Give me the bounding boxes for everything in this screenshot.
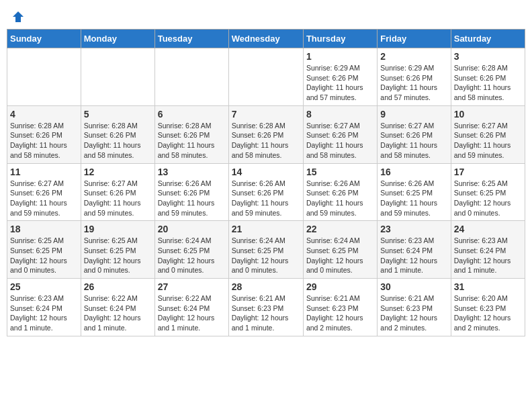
day-info: Sunrise: 6:27 AM Sunset: 6:26 PM Dayligh… [380,121,447,161]
calendar-cell: 17Sunrise: 6:25 AM Sunset: 6:25 PM Dayli… [451,163,525,221]
day-number: 18 [10,224,78,234]
day-info: Sunrise: 6:20 AM Sunset: 6:23 PM Dayligh… [454,293,522,333]
day-info: Sunrise: 6:28 AM Sunset: 6:26 PM Dayligh… [84,121,152,161]
day-number: 23 [380,224,447,234]
day-info: Sunrise: 6:21 AM Sunset: 6:23 PM Dayligh… [232,293,300,333]
calendar-cell: 4Sunrise: 6:28 AM Sunset: 6:26 PM Daylig… [7,105,81,163]
day-of-week-header: Sunday [7,30,81,48]
calendar-week-row: 25Sunrise: 6:23 AM Sunset: 6:24 PM Dayli… [7,279,525,336]
calendar-cell [7,48,81,106]
day-info: Sunrise: 6:23 AM Sunset: 6:24 PM Dayligh… [380,236,447,275]
calendar-cell: 30Sunrise: 6:21 AM Sunset: 6:23 PM Dayli… [378,279,451,336]
calendar-cell: 14Sunrise: 6:26 AM Sunset: 6:26 PM Dayli… [228,163,303,221]
day-number: 1 [306,51,374,62]
calendar-table: SundayMondayTuesdayWednesdayThursdayFrid… [7,29,525,336]
day-number: 6 [158,109,226,120]
day-info: Sunrise: 6:28 AM Sunset: 6:26 PM Dayligh… [454,63,522,103]
day-info: Sunrise: 6:29 AM Sunset: 6:26 PM Dayligh… [306,63,374,103]
day-info: Sunrise: 6:27 AM Sunset: 6:26 PM Dayligh… [10,179,78,218]
day-info: Sunrise: 6:27 AM Sunset: 6:26 PM Dayligh… [84,179,152,218]
day-number: 14 [232,167,300,177]
day-info: Sunrise: 6:26 AM Sunset: 6:26 PM Dayligh… [306,179,374,218]
day-info: Sunrise: 6:24 AM Sunset: 6:25 PM Dayligh… [306,236,374,275]
calendar-cell: 5Sunrise: 6:28 AM Sunset: 6:26 PM Daylig… [81,105,154,163]
calendar-cell: 10Sunrise: 6:27 AM Sunset: 6:26 PM Dayli… [451,105,525,163]
day-number: 22 [306,224,374,234]
day-number: 7 [232,109,300,120]
calendar-cell: 8Sunrise: 6:27 AM Sunset: 6:26 PM Daylig… [303,105,377,163]
calendar-week-row: 4Sunrise: 6:28 AM Sunset: 6:26 PM Daylig… [7,105,525,163]
day-number: 12 [84,167,152,177]
day-number: 21 [232,224,300,234]
logo [10,10,25,24]
calendar-cell: 19Sunrise: 6:25 AM Sunset: 6:25 PM Dayli… [81,221,154,279]
day-info: Sunrise: 6:26 AM Sunset: 6:25 PM Dayligh… [380,179,447,218]
calendar-cell: 23Sunrise: 6:23 AM Sunset: 6:24 PM Dayli… [378,221,451,279]
calendar-cell: 29Sunrise: 6:21 AM Sunset: 6:23 PM Dayli… [303,279,377,336]
calendar-cell: 21Sunrise: 6:24 AM Sunset: 6:25 PM Dayli… [228,221,303,279]
svg-marker-0 [13,11,24,22]
calendar-week-row: 18Sunrise: 6:25 AM Sunset: 6:25 PM Dayli… [7,221,525,279]
calendar-cell: 18Sunrise: 6:25 AM Sunset: 6:25 PM Dayli… [7,221,81,279]
calendar-cell: 27Sunrise: 6:22 AM Sunset: 6:24 PM Dayli… [154,279,228,336]
day-number: 29 [306,281,374,292]
day-number: 5 [84,109,152,120]
calendar-header-row: SundayMondayTuesdayWednesdayThursdayFrid… [7,30,525,48]
calendar-week-row: 1Sunrise: 6:29 AM Sunset: 6:26 PM Daylig… [7,48,525,106]
day-info: Sunrise: 6:29 AM Sunset: 6:26 PM Dayligh… [380,63,447,103]
day-info: Sunrise: 6:23 AM Sunset: 6:24 PM Dayligh… [454,236,522,275]
calendar-week-row: 11Sunrise: 6:27 AM Sunset: 6:26 PM Dayli… [7,163,525,221]
day-of-week-header: Friday [378,30,451,48]
day-info: Sunrise: 6:28 AM Sunset: 6:26 PM Dayligh… [232,121,300,161]
calendar-cell: 26Sunrise: 6:22 AM Sunset: 6:24 PM Dayli… [81,279,154,336]
calendar-cell: 12Sunrise: 6:27 AM Sunset: 6:26 PM Dayli… [81,163,154,221]
day-info: Sunrise: 6:26 AM Sunset: 6:26 PM Dayligh… [232,179,300,218]
calendar-cell: 16Sunrise: 6:26 AM Sunset: 6:25 PM Dayli… [378,163,451,221]
day-number: 8 [306,109,374,120]
calendar-cell [81,48,154,106]
day-info: Sunrise: 6:27 AM Sunset: 6:26 PM Dayligh… [306,121,374,161]
calendar-cell: 7Sunrise: 6:28 AM Sunset: 6:26 PM Daylig… [228,105,303,163]
day-info: Sunrise: 6:23 AM Sunset: 6:24 PM Dayligh… [10,293,78,333]
day-info: Sunrise: 6:25 AM Sunset: 6:25 PM Dayligh… [84,236,152,275]
day-number: 11 [10,167,78,177]
day-of-week-header: Thursday [303,30,377,48]
day-info: Sunrise: 6:21 AM Sunset: 6:23 PM Dayligh… [380,293,447,333]
day-info: Sunrise: 6:24 AM Sunset: 6:25 PM Dayligh… [232,236,300,275]
day-number: 10 [454,109,522,120]
calendar-cell: 9Sunrise: 6:27 AM Sunset: 6:26 PM Daylig… [378,105,451,163]
day-number: 24 [454,224,522,234]
logo-icon [11,10,25,24]
day-number: 31 [454,281,522,292]
day-number: 15 [306,167,374,177]
calendar-cell: 24Sunrise: 6:23 AM Sunset: 6:24 PM Dayli… [451,221,525,279]
day-number: 4 [10,109,78,120]
day-info: Sunrise: 6:22 AM Sunset: 6:24 PM Dayligh… [84,293,152,333]
day-number: 13 [158,167,226,177]
calendar-cell: 6Sunrise: 6:28 AM Sunset: 6:26 PM Daylig… [154,105,228,163]
calendar-cell: 15Sunrise: 6:26 AM Sunset: 6:26 PM Dayli… [303,163,377,221]
calendar-cell: 28Sunrise: 6:21 AM Sunset: 6:23 PM Dayli… [228,279,303,336]
day-number: 25 [10,281,78,292]
calendar-cell: 25Sunrise: 6:23 AM Sunset: 6:24 PM Dayli… [7,279,81,336]
page-header [7,7,525,24]
calendar-cell [154,48,228,106]
day-of-week-header: Tuesday [154,30,228,48]
day-number: 26 [84,281,152,292]
day-number: 9 [380,109,447,120]
day-number: 30 [380,281,447,292]
calendar-cell: 3Sunrise: 6:28 AM Sunset: 6:26 PM Daylig… [451,48,525,106]
calendar-cell [228,48,303,106]
day-info: Sunrise: 6:22 AM Sunset: 6:24 PM Dayligh… [158,293,226,333]
day-of-week-header: Wednesday [228,30,303,48]
calendar-cell: 22Sunrise: 6:24 AM Sunset: 6:25 PM Dayli… [303,221,377,279]
day-info: Sunrise: 6:25 AM Sunset: 6:25 PM Dayligh… [454,179,522,218]
day-info: Sunrise: 6:27 AM Sunset: 6:26 PM Dayligh… [454,121,522,161]
day-number: 28 [232,281,300,292]
calendar-cell: 13Sunrise: 6:26 AM Sunset: 6:26 PM Dayli… [154,163,228,221]
day-number: 19 [84,224,152,234]
day-of-week-header: Saturday [451,30,525,48]
day-number: 3 [454,51,522,62]
calendar-cell: 2Sunrise: 6:29 AM Sunset: 6:26 PM Daylig… [378,48,451,106]
day-number: 17 [454,167,522,177]
